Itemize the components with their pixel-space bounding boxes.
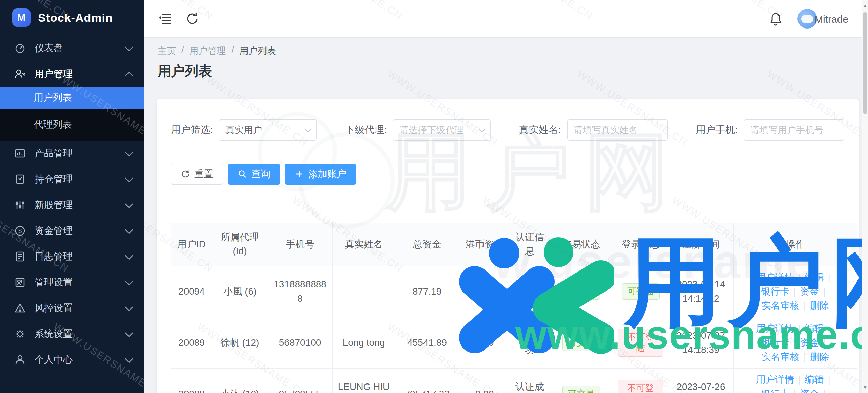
action-link[interactable]: 实名审核 — [762, 300, 800, 311]
sidebar-item-user-management[interactable]: 用户管理 — [0, 61, 144, 87]
chevron-down-icon — [478, 126, 485, 132]
scrollbar-up-arrow[interactable]: ▲ — [862, 0, 868, 12]
link-separator: | — [804, 352, 806, 362]
action-link[interactable]: 删除 — [810, 300, 829, 311]
cell-total-funds: 877.19 — [395, 266, 459, 317]
sidebar-item-label: 风控设置 — [35, 302, 126, 315]
real-name-input[interactable] — [567, 119, 668, 141]
action-link[interactable]: 编辑 — [805, 323, 824, 334]
cell-agent: 小沐 (10) — [212, 369, 268, 393]
chevron-down-icon — [125, 174, 133, 182]
action-link[interactable]: 银行卡 — [761, 286, 789, 297]
cell-auth: 认证成功 — [510, 317, 549, 369]
action-link[interactable]: 编辑 — [805, 374, 824, 385]
dashboard-icon — [14, 42, 26, 54]
cell-hkd-funds: 0.00 — [459, 266, 510, 317]
reset-button[interactable]: 重置 — [171, 164, 223, 185]
action-link[interactable]: 用户详情 — [756, 374, 794, 385]
user-filter-label: 用户筛选: — [171, 123, 213, 137]
sidebar-item-admin-settings[interactable]: 管理设置 — [0, 269, 144, 295]
cell-real-name: LEUNG HIU TUNG — [333, 369, 395, 393]
phone-label: 用户手机: — [696, 123, 738, 137]
search-button[interactable]: 查询 — [228, 164, 280, 185]
sidebar-item-user-list[interactable]: 用户列表 — [0, 87, 144, 109]
sidebar-item-new-stock-management[interactable]: 新股管理 — [0, 192, 144, 218]
reg-date: 2023-07-27 — [673, 329, 729, 343]
chevron-down-icon — [125, 148, 133, 156]
cell-user-id: 20094 — [171, 266, 212, 317]
cell-hkd-funds: 0.00 — [459, 317, 510, 369]
sidebar-item-position-management[interactable]: 持仓管理 — [0, 166, 144, 192]
refresh-icon[interactable] — [185, 11, 200, 26]
action-link[interactable]: 用户详情 — [756, 272, 794, 282]
filter-bar: 用户筛选: 真实用户 下级代理: 请选择下级代理 真实姓名: 用 — [171, 119, 844, 141]
sidebar-item-label: 用户列表 — [34, 91, 72, 104]
action-link[interactable]: 删除 — [810, 352, 829, 362]
reg-date: 2023-04-14 — [673, 277, 729, 292]
action-link[interactable]: 资金 — [800, 389, 819, 393]
cell-hkd-funds: 0.00 — [459, 369, 510, 393]
sidebar: M Stock-Admin 仪表盘 用户管理 用户列表 — [0, 0, 144, 393]
sidebar-item-label: 新股管理 — [35, 199, 126, 211]
plus-icon — [295, 169, 304, 179]
action-link[interactable]: 银行卡 — [761, 389, 789, 393]
svg-text:$: $ — [18, 228, 22, 235]
col-hkd-funds: 港币资金 — [459, 223, 510, 266]
chevron-up-icon — [125, 71, 133, 79]
action-link[interactable]: 实名审核 — [762, 352, 800, 362]
notification-bell-icon[interactable] — [768, 12, 783, 26]
vertical-scrollbar[interactable]: ▲ ▼ — [862, 0, 868, 393]
sidebar-item-funds-management[interactable]: $ 资金管理 — [0, 218, 144, 244]
link-separator: | — [793, 337, 796, 348]
col-real-name: 真实姓名 — [333, 223, 395, 266]
sidebar-item-log-management[interactable]: 日志管理 — [0, 244, 144, 269]
action-link[interactable]: 资金 — [800, 337, 819, 348]
user-filter-select[interactable]: 真实用户 — [219, 119, 317, 141]
cell-total-funds: 795717.33 — [395, 369, 459, 393]
breadcrumb-home[interactable]: 主页 — [158, 45, 176, 57]
status-badge: 不可登陆 — [618, 380, 663, 393]
add-account-label: 添加账户 — [308, 168, 346, 181]
scrollbar-thumb[interactable] — [863, 12, 867, 114]
users-icon — [14, 68, 26, 80]
app-window: M Stock-Admin 仪表盘 用户管理 用户列表 — [0, 0, 868, 393]
add-account-button[interactable]: 添加账户 — [285, 164, 356, 185]
sidebar-item-personal-center[interactable]: 个人中心 — [0, 347, 144, 373]
col-auth-info: 认证信息 — [510, 223, 549, 266]
collapse-sidebar-icon[interactable] — [158, 11, 173, 26]
scrollbar-down-arrow[interactable]: ▼ — [862, 381, 868, 393]
link-separator: | — [798, 272, 801, 282]
gear-icon — [14, 328, 26, 340]
breadcrumb-current: 用户列表 — [239, 45, 276, 57]
sidebar-item-agent-list[interactable]: 代理列表 — [0, 109, 144, 141]
app-title: Stock-Admin — [38, 11, 113, 24]
action-link[interactable]: 资金 — [800, 286, 819, 297]
action-link[interactable]: 银行卡 — [761, 337, 789, 348]
sidebar-item-dashboard[interactable]: 仪表盘 — [0, 35, 144, 61]
status-badge: 可交易 — [562, 335, 600, 351]
table-header-row: 用户ID 所属代理(Id) 手机号 真实姓名 总资金 港币资金 认证信息 交易状… — [171, 223, 857, 266]
cell-login-status: 不可登陆 — [613, 369, 668, 393]
cell-trade-status: 可交易 — [549, 266, 613, 317]
action-link[interactable]: 编辑 — [805, 272, 824, 282]
action-link[interactable]: 用户详情 — [756, 323, 794, 334]
breadcrumb-user-management[interactable]: 用户管理 — [190, 45, 226, 57]
sidebar-nav: 仪表盘 用户管理 用户列表 代理列表 产品管理 — [0, 35, 144, 373]
sidebar-item-label: 日志管理 — [35, 250, 126, 263]
page-title: 用户列表 — [158, 62, 212, 80]
sidebar-item-label: 资金管理 — [35, 224, 126, 237]
col-actions: 操作 — [734, 223, 857, 266]
user-filter-value: 真实用户 — [225, 124, 305, 136]
sidebar-item-label: 用户管理 — [35, 68, 126, 80]
app-logo[interactable]: M Stock-Admin — [0, 0, 144, 34]
cell-actions: 用户详情|编辑|银行卡|资金|实名审核|删除 — [734, 317, 857, 369]
link-separator: | — [828, 272, 830, 282]
chevron-down-icon — [125, 43, 133, 51]
chevron-down-icon — [125, 303, 133, 311]
sidebar-item-product-management[interactable]: 产品管理 — [0, 141, 144, 166]
agent-filter-select[interactable]: 请选择下级代理 — [393, 119, 491, 141]
sidebar-item-system-settings[interactable]: 系统设置 — [0, 321, 144, 347]
sidebar-item-risk-settings[interactable]: 风控设置 — [0, 295, 144, 321]
link-separator: | — [823, 286, 826, 297]
phone-input[interactable] — [744, 119, 844, 141]
